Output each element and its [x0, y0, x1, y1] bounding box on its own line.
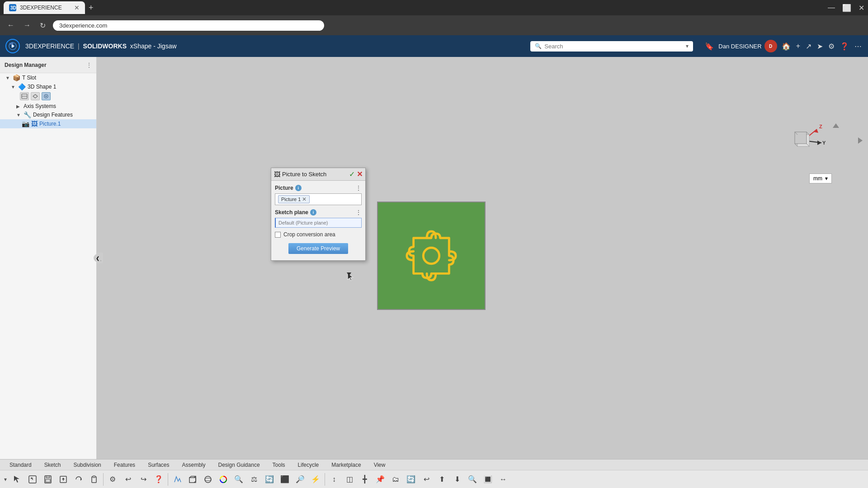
- settings-icon[interactable]: ⚙: [827, 41, 835, 52]
- picture-chip-remove[interactable]: ✕: [302, 196, 307, 202]
- toolbar-btn-export[interactable]: [56, 472, 71, 487]
- toolbar-btn-save[interactable]: [41, 472, 55, 487]
- tree-item-root[interactable]: ▼ 📦 T Slot: [0, 73, 96, 82]
- toolbar-btn-box[interactable]: [185, 472, 200, 487]
- dialog-accept-btn[interactable]: ✓: [349, 170, 355, 178]
- svg-marker-27: [14, 476, 19, 483]
- toolbar-btn-grid[interactable]: 🔳: [481, 472, 495, 487]
- sidebar-menu-btn[interactable]: ⋮: [86, 62, 92, 68]
- main-area: Design Manager ⋮ ▼ 📦 T Slot ▼ 🔷 3D Shape…: [0, 57, 868, 459]
- close-window-btn[interactable]: ✕: [859, 4, 864, 12]
- axis-indicator: Z Y: [778, 116, 828, 165]
- home-icon[interactable]: 🏠: [781, 41, 792, 52]
- toolbar-btn-help[interactable]: ❓: [151, 472, 166, 487]
- sub-icon-2[interactable]: [31, 92, 40, 100]
- preview-image: [377, 202, 486, 310]
- toolbar-btn-back[interactable]: ↩: [419, 472, 434, 487]
- toolbar-btn-hide[interactable]: ⬛: [278, 472, 292, 487]
- tab-assembly[interactable]: Assembly: [176, 460, 211, 469]
- units-dropdown[interactable]: mm ▾: [809, 174, 832, 183]
- toolbar-btn-pin[interactable]: 📌: [373, 472, 387, 487]
- toolbar-btn-snap[interactable]: ↕: [327, 472, 341, 487]
- username-text: Dan DESIGNER: [718, 43, 761, 50]
- tab-close-btn[interactable]: ✕: [74, 4, 80, 11]
- picture-more-btn[interactable]: ⋮: [355, 184, 362, 192]
- toolbar-btn-rotate[interactable]: 🔄: [262, 472, 277, 487]
- picture-input-row[interactable]: Picture 1 ✕: [275, 193, 362, 205]
- share-icon[interactable]: ↗: [805, 41, 812, 52]
- tab-design-guidance[interactable]: Design Guidance: [212, 460, 266, 469]
- expand-icon[interactable]: ⋯: [854, 41, 863, 52]
- dialog-close-btn[interactable]: ✕: [357, 170, 363, 178]
- sub-icon-3[interactable]: [42, 92, 51, 100]
- tab-features[interactable]: Features: [108, 460, 141, 469]
- dialog-icon: 🖼: [274, 171, 280, 178]
- tab-subdivision[interactable]: Subdivision: [67, 460, 107, 469]
- generate-preview-btn[interactable]: Generate Preview: [288, 243, 348, 254]
- help-icon[interactable]: ❓: [839, 41, 850, 52]
- picture-info-btn[interactable]: i: [295, 185, 302, 191]
- toolbar-btn-measure[interactable]: ⚖: [247, 472, 261, 487]
- dialog-sketch-section: Sketch plane i ⋮: [275, 209, 362, 228]
- browser-tab[interactable]: 3D 3DEXPERIENCE ✕: [4, 1, 85, 14]
- toolbar-btn-align[interactable]: ╋: [358, 472, 372, 487]
- tab-view[interactable]: View: [368, 460, 392, 469]
- search-input[interactable]: [544, 43, 683, 50]
- toolbar-btn-sketch[interactable]: [170, 472, 184, 487]
- tree-icon-design: 🔧: [24, 111, 31, 118]
- toolbar-btn-up[interactable]: ⬆: [434, 472, 449, 487]
- sidebar-collapse-btn[interactable]: ❮: [94, 254, 102, 262]
- send-icon[interactable]: ➤: [816, 41, 824, 52]
- minimize-btn[interactable]: —: [828, 4, 835, 12]
- tab-marketplace[interactable]: Marketplace: [326, 460, 367, 469]
- maximize-btn[interactable]: ⬜: [842, 4, 851, 12]
- browser-titlebar: 3D 3DEXPERIENCE ✕ + — ⬜ ✕: [0, 0, 868, 15]
- add-icon[interactable]: +: [795, 41, 801, 51]
- toolbar-btn-sphere[interactable]: [201, 472, 215, 487]
- tab-standard[interactable]: Standard: [4, 460, 38, 469]
- sketch-more-btn[interactable]: ⋮: [355, 209, 362, 216]
- toolbar-scroll-left[interactable]: ▾: [2, 472, 9, 487]
- tree-item-axis[interactable]: ▶ Axis Systems: [0, 102, 96, 110]
- sidebar-title: Design Manager: [5, 62, 86, 68]
- toolbar-btn-search2[interactable]: 🔎: [293, 472, 307, 487]
- toolbar-btn-resize[interactable]: ↔: [496, 472, 510, 487]
- svg-marker-35: [62, 478, 65, 479]
- tab-sketch[interactable]: Sketch: [38, 460, 67, 469]
- toolbar-btn-split[interactable]: ◫: [342, 472, 357, 487]
- sub-icon-1[interactable]: [20, 92, 29, 100]
- toolbar-btn-sync[interactable]: 🔄: [404, 472, 418, 487]
- tab-tools[interactable]: Tools: [267, 460, 291, 469]
- toolbar-btn-down[interactable]: ⬇: [450, 472, 464, 487]
- tree-item-3dshape[interactable]: ▼ 🔷 3D Shape 1: [0, 82, 96, 91]
- toolbar-btn-settings[interactable]: ⚙: [105, 472, 120, 487]
- sketch-info-btn[interactable]: i: [310, 209, 316, 216]
- toolbar-btn-select[interactable]: [10, 472, 24, 487]
- toolbar-btn-redo[interactable]: ↪: [136, 472, 151, 487]
- toolbar-btn-refresh[interactable]: [71, 472, 86, 487]
- address-bar[interactable]: 3dexperience.com: [53, 20, 324, 31]
- svg-rect-31: [46, 476, 50, 478]
- nav-back-btn[interactable]: ←: [5, 19, 16, 31]
- search-box[interactable]: 🔍 ▾: [530, 41, 693, 52]
- tab-lifecycle[interactable]: Lifecycle: [292, 460, 325, 469]
- toolbar-btn-undo[interactable]: ↩: [121, 472, 135, 487]
- tree-item-design-features[interactable]: ▼ 🔧 Design Features: [0, 110, 96, 119]
- sketch-plane-input[interactable]: [275, 218, 362, 228]
- toolbar-btn-color[interactable]: [216, 472, 231, 487]
- toolbar-btn-clipboard[interactable]: [87, 472, 101, 487]
- nav-refresh-btn[interactable]: ↻: [38, 19, 47, 32]
- nav-forward-btn[interactable]: →: [22, 19, 33, 31]
- tree-item-picture[interactable]: 📷 🖼 Picture.1: [0, 119, 96, 128]
- new-tab-btn[interactable]: +: [89, 3, 94, 13]
- crop-checkbox[interactable]: [275, 232, 281, 238]
- toolbar-btn-group[interactable]: 🗂: [388, 472, 403, 487]
- picture-chip: Picture 1 ✕: [278, 195, 310, 203]
- search-dropdown-btn[interactable]: ▾: [686, 43, 689, 49]
- tab-surfaces[interactable]: Surfaces: [142, 460, 175, 469]
- toolbar-btn-bolt[interactable]: ⚡: [308, 472, 323, 487]
- toolbar-btn-zoom3[interactable]: 🔍: [465, 472, 480, 487]
- bookmark-icon[interactable]: 🔖: [704, 41, 715, 52]
- toolbar-btn-select2[interactable]: [25, 472, 40, 487]
- toolbar-btn-zoom[interactable]: 🔍: [231, 472, 246, 487]
